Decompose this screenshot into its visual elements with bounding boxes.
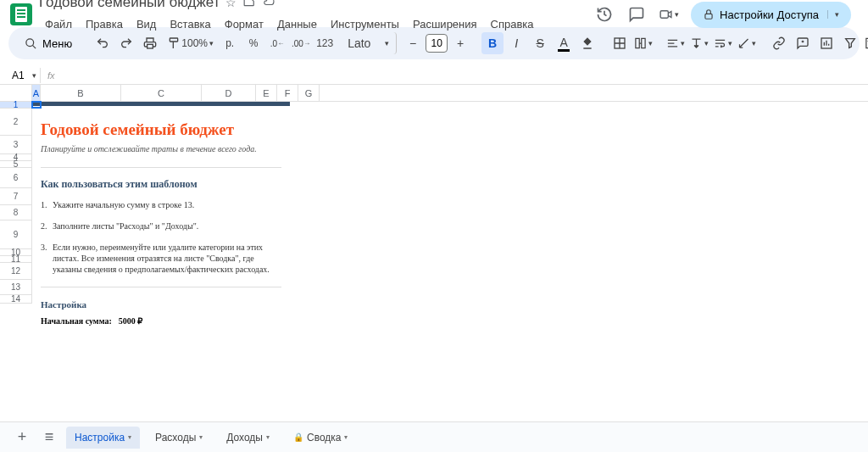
menu-data[interactable]: Данные: [271, 14, 323, 34]
history-icon[interactable]: [594, 4, 615, 25]
row-header-8[interactable]: 8: [0, 205, 32, 220]
howto-heading: Как пользоваться этим шаблоном: [41, 175, 281, 194]
menu-extensions[interactable]: Расширения: [407, 14, 483, 34]
content-subtitle: Планируйте и отслеживайте траты в течени…: [41, 144, 281, 160]
sheet-tab-income[interactable]: Доходы▾: [218, 427, 278, 449]
font-select[interactable]: Lato▾: [346, 32, 397, 54]
share-label: Настройки Доступа: [720, 8, 819, 21]
fx-icon: fx: [41, 70, 62, 81]
name-box[interactable]: A1▾: [8, 68, 41, 83]
chart-button[interactable]: [815, 32, 837, 54]
zoom-select[interactable]: 100% ▾: [186, 32, 209, 54]
lock-icon: [703, 8, 715, 20]
comment-button[interactable]: [792, 32, 814, 54]
print-button[interactable]: [139, 32, 161, 54]
svg-rect-1: [705, 14, 712, 19]
search-menu-button[interactable]: Меню: [15, 33, 81, 54]
currency-button[interactable]: р.: [219, 32, 241, 54]
row-header-5[interactable]: 5: [0, 161, 32, 168]
lock-icon: 🔒: [293, 432, 303, 442]
row-header-3[interactable]: 3: [0, 136, 32, 154]
decrease-decimal-button[interactable]: .0←: [266, 32, 288, 54]
row-header-2[interactable]: 2: [0, 109, 32, 136]
sheet-tab-setup[interactable]: Настройка▾: [66, 427, 140, 449]
settings-heading: Настройка: [41, 294, 281, 313]
row-header-1[interactable]: 1: [0, 102, 32, 109]
percent-button[interactable]: %: [242, 32, 264, 54]
italic-button[interactable]: I: [505, 32, 527, 54]
filter-views-button[interactable]: ▾: [863, 32, 868, 54]
step-2: Заполните листы "Расходы" и "Доходы".: [53, 220, 198, 232]
row-header-9[interactable]: 9: [0, 220, 32, 249]
step-3: Если нужно, переименуйте или удалите кат…: [53, 242, 281, 275]
decrease-font-button[interactable]: −: [402, 32, 424, 54]
sheet-tab-expenses[interactable]: Расходы▾: [147, 427, 211, 449]
col-header-A[interactable]: A: [32, 85, 41, 101]
strike-button[interactable]: S: [529, 32, 551, 54]
row-header-7[interactable]: 7: [0, 188, 32, 205]
row-header-11[interactable]: 11: [0, 256, 32, 263]
redo-button[interactable]: [115, 32, 137, 54]
header-band: [32, 102, 290, 106]
menu-insert[interactable]: Вставка: [164, 14, 216, 34]
share-button[interactable]: Настройки Доступа ▾: [691, 2, 851, 28]
chevron-down-icon: ▾: [827, 10, 839, 19]
meet-icon[interactable]: ▾: [659, 4, 679, 25]
svg-point-2: [26, 38, 34, 46]
move-icon[interactable]: [243, 0, 255, 9]
menu-file[interactable]: Файл: [39, 14, 78, 34]
row-header-12[interactable]: 12: [0, 263, 32, 280]
col-header-D[interactable]: D: [202, 85, 256, 101]
all-sheets-button[interactable]: ≡: [39, 427, 59, 448]
menu-tools[interactable]: Инструменты: [325, 14, 405, 34]
menu-view[interactable]: Вид: [131, 14, 163, 34]
cloud-icon[interactable]: [262, 0, 275, 9]
merge-button[interactable]: ▾: [632, 32, 654, 54]
sheet-tab-summary[interactable]: 🔒Сводка▾: [285, 427, 357, 449]
number-format-button[interactable]: 123: [314, 32, 336, 54]
increase-font-button[interactable]: +: [449, 32, 471, 54]
step-1: Укажите начальную сумму в строке 13.: [53, 199, 194, 210]
menu-help[interactable]: Справка: [485, 14, 540, 34]
svg-rect-3: [147, 44, 153, 48]
wrap-button[interactable]: ▾: [712, 32, 734, 54]
col-header-C[interactable]: C: [121, 85, 202, 101]
star-icon[interactable]: ☆: [225, 0, 236, 9]
start-value: 5000 ₽: [119, 316, 143, 326]
valign-button[interactable]: ▾: [688, 32, 710, 54]
menu-format[interactable]: Формат: [219, 14, 270, 34]
sheets-bar: + ≡ Настройка▾ Расходы▾ Доходы▾ 🔒Сводка▾: [0, 421, 868, 452]
borders-button[interactable]: [609, 32, 631, 54]
col-header-E[interactable]: E: [256, 85, 277, 101]
bold-button[interactable]: B: [481, 32, 504, 54]
increase-decimal-button[interactable]: .00→: [290, 32, 312, 54]
undo-button[interactable]: [92, 32, 114, 54]
row-header-14[interactable]: 14: [0, 295, 32, 304]
select-all-corner[interactable]: [0, 85, 32, 101]
filter-button[interactable]: [839, 32, 861, 54]
fill-color-button[interactable]: [576, 32, 598, 54]
menu-edit[interactable]: Правка: [80, 14, 129, 34]
halign-button[interactable]: ▾: [665, 32, 687, 54]
row-header-13[interactable]: 13: [0, 280, 32, 295]
rotate-button[interactable]: ▾: [736, 32, 758, 54]
link-button[interactable]: [768, 32, 790, 54]
doc-title[interactable]: Годовой семейный бюджет: [39, 0, 220, 11]
add-sheet-button[interactable]: +: [12, 427, 32, 448]
sheets-logo[interactable]: [10, 3, 32, 25]
sheet-content[interactable]: Годовой семейный бюджет Планируйте и отс…: [32, 109, 290, 341]
start-label: Начальная сумма:: [41, 316, 112, 326]
comments-icon[interactable]: [626, 4, 647, 25]
text-color-button[interactable]: A: [553, 32, 575, 54]
col-header-F[interactable]: F: [277, 85, 298, 101]
content-title: Годовой семейный бюджет: [41, 117, 281, 144]
svg-rect-0: [660, 11, 668, 19]
font-size-input[interactable]: [426, 34, 448, 53]
col-header-G[interactable]: G: [298, 85, 320, 101]
row-header-6[interactable]: 6: [0, 168, 32, 188]
col-header-B[interactable]: B: [41, 85, 121, 101]
